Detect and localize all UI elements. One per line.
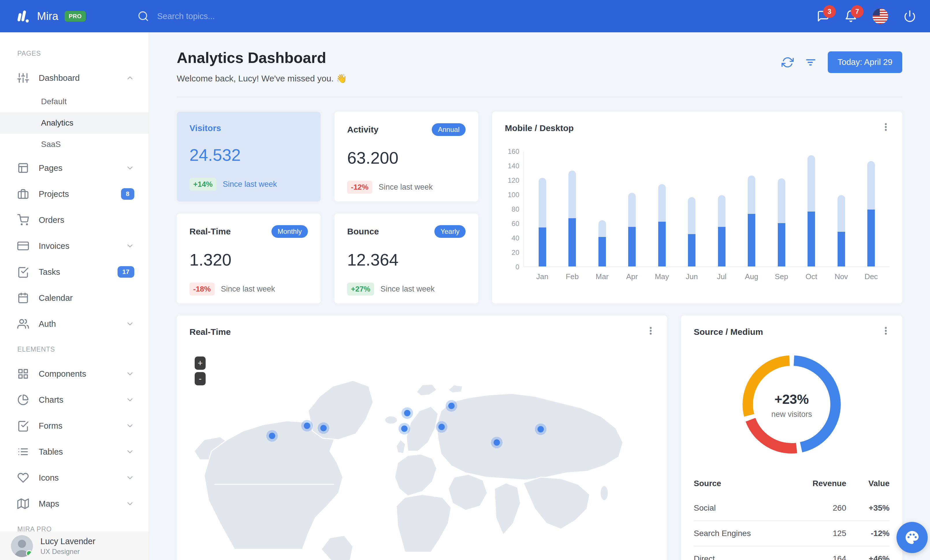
sidebar-item-projects[interactable]: Projects8 <box>0 181 149 207</box>
sidebar-item-invoices[interactable]: Invoices <box>0 233 149 259</box>
sidebar-subitem-saas[interactable]: SaaS <box>0 133 149 155</box>
sidebar-item-maps[interactable]: Maps <box>0 491 149 517</box>
search-input[interactable] <box>157 11 318 21</box>
tables-icon <box>17 446 29 457</box>
mira-logo-icon <box>14 8 31 25</box>
stat-period-badge[interactable]: Yearly <box>434 225 466 238</box>
sidebar-item-orders[interactable]: Orders <box>0 207 149 233</box>
map-zoom-out-button[interactable]: - <box>195 372 206 385</box>
messages-button[interactable]: 3 <box>817 10 830 23</box>
source-medium-card: Source / Medium +23% new visitors Source <box>681 316 902 560</box>
bar-chart-plot <box>524 152 890 267</box>
stat-period-badge[interactable]: Annual <box>432 123 466 136</box>
navbar-search[interactable] <box>137 11 318 22</box>
x-tick-feb: Feb <box>557 272 587 281</box>
date-range-button[interactable]: Today: April 29 <box>828 51 902 73</box>
sidebar-subitem-default[interactable]: Default <box>0 91 149 112</box>
sidebar-item-calendar[interactable]: Calendar <box>0 285 149 311</box>
more-options-icon[interactable] <box>646 326 656 337</box>
map-zoom-in-button[interactable]: + <box>195 356 206 370</box>
sidebar-subitem-analytics[interactable]: Analytics <box>0 112 149 133</box>
brand[interactable]: Mira PRO <box>14 8 137 25</box>
tasks-icon <box>17 266 29 278</box>
map-marker-1[interactable] <box>269 433 275 439</box>
map-marker-3[interactable] <box>320 425 326 431</box>
stat-value: 1.320 <box>189 250 308 269</box>
bar-jan <box>527 178 557 267</box>
x-tick-dec: Dec <box>856 272 886 281</box>
map-title: Real-Time <box>189 327 654 337</box>
orders-icon <box>17 214 29 226</box>
filter-button[interactable] <box>805 56 817 68</box>
pages-icon <box>17 162 29 174</box>
search-icon <box>137 11 149 22</box>
us-flag-icon <box>872 8 888 24</box>
world-map[interactable] <box>177 316 667 560</box>
stat-note: Since last week <box>379 183 433 192</box>
stat-title: Visitors <box>189 123 221 133</box>
charts-icon <box>17 394 29 405</box>
stat-title: Real-Time <box>189 227 231 236</box>
avatar <box>11 535 33 557</box>
messages-count-badge: 3 <box>823 5 836 18</box>
more-options-icon[interactable] <box>881 326 891 337</box>
sidebar-item-components[interactable]: Components <box>0 361 149 387</box>
stat-title: Activity <box>347 125 378 135</box>
map-marker-9[interactable] <box>537 426 544 433</box>
sidebar-section-label-elements: ELEMENTS <box>0 337 149 361</box>
bar-feb <box>557 170 587 267</box>
donut-center-sublabel: new visitors <box>771 410 812 419</box>
forms-icon <box>17 420 29 431</box>
sidebar-item-auth[interactable]: Auth <box>0 311 149 337</box>
chart-title: Mobile / Desktop <box>505 123 890 133</box>
table-row-social: Social260+35% <box>694 496 890 521</box>
sidebar-item-tables[interactable]: Tables <box>0 439 149 465</box>
stat-value: 12.364 <box>347 250 466 269</box>
stat-cards: Visitors24.532+14%Since last weekActivit… <box>177 112 478 304</box>
more-options-icon[interactable] <box>881 122 891 133</box>
pro-badge: PRO <box>65 11 86 21</box>
refresh-button[interactable] <box>782 56 794 68</box>
stat-delta-badge: -18% <box>189 282 215 296</box>
stat-delta-badge: +14% <box>189 178 216 191</box>
stat-delta-badge: -12% <box>347 181 372 194</box>
logout-button[interactable] <box>904 10 916 23</box>
sidebar-user[interactable]: Lucy Lavender UX Designer <box>0 532 149 560</box>
source-medium-table: Source Revenue Value Social260+35%Search… <box>694 473 890 560</box>
power-icon <box>904 10 916 23</box>
sidebar-section-label-mira-pro: MIRA PRO <box>0 517 149 532</box>
x-tick-nov: Nov <box>826 272 856 281</box>
stat-period-badge[interactable]: Monthly <box>271 225 308 238</box>
map-marker-5[interactable] <box>448 403 454 409</box>
stat-note: Since last week <box>380 285 435 293</box>
notifications-button[interactable]: 7 <box>844 10 857 23</box>
sidebar-item-pages[interactable]: Pages <box>0 155 149 181</box>
sidebar-item-tasks[interactable]: Tasks17 <box>0 259 149 285</box>
bar-jun <box>677 197 707 267</box>
sidebar-item-charts[interactable]: Charts <box>0 387 149 413</box>
map-marker-8[interactable] <box>494 439 500 446</box>
chevron-down-icon <box>126 473 134 482</box>
x-tick-apr: Apr <box>617 272 647 281</box>
sidebar-item-icons[interactable]: Icons <box>0 465 149 491</box>
online-status-dot <box>26 550 32 557</box>
sidebar-item-forms[interactable]: Forms <box>0 413 149 439</box>
maps-icon <box>17 498 29 509</box>
refresh-icon <box>782 56 794 68</box>
map-marker-2[interactable] <box>304 423 310 429</box>
filter-icon <box>805 56 817 68</box>
theme-settings-fab[interactable] <box>896 522 928 553</box>
sidebar-nav: PAGESDashboardDefaultAnalyticsSaaSPagesP… <box>0 32 149 532</box>
stat-card-real-time: Real-TimeMonthly1.320-18%Since last week <box>177 213 320 304</box>
column-header-revenue: Revenue <box>783 473 846 496</box>
map-marker-7[interactable] <box>439 424 445 430</box>
bar-nov <box>826 195 856 267</box>
column-header-source: Source <box>694 473 783 496</box>
sidebar-item-dashboard[interactable]: Dashboard <box>0 65 149 91</box>
map-marker-6[interactable] <box>401 425 408 432</box>
map-marker-4[interactable] <box>404 410 410 416</box>
stat-note: Since last week <box>223 180 277 189</box>
invoices-icon <box>17 240 29 252</box>
bar-sep <box>767 178 796 267</box>
language-flag-button[interactable] <box>872 8 888 24</box>
